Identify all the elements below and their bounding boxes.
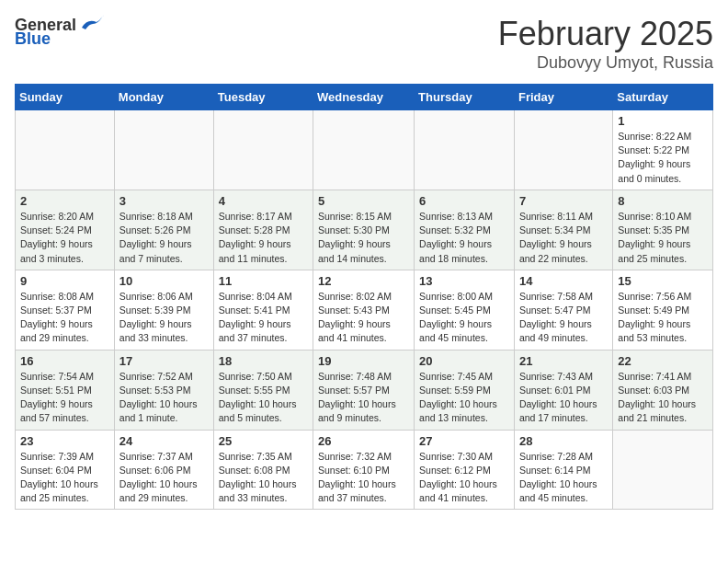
day-info: Sunrise: 8:17 AM Sunset: 5:28 PM Dayligh… [219, 210, 308, 266]
day-info: Sunrise: 8:10 AM Sunset: 5:35 PM Dayligh… [618, 210, 708, 266]
calendar-cell: 18Sunrise: 7:50 AM Sunset: 5:55 PM Dayli… [213, 350, 313, 430]
logo-blue: Blue [15, 29, 51, 49]
day-info: Sunrise: 7:41 AM Sunset: 6:03 PM Dayligh… [618, 370, 708, 426]
calendar-cell: 20Sunrise: 7:45 AM Sunset: 5:59 PM Dayli… [415, 350, 515, 430]
title-block: February 2025 Dubovyy Umyot, Russia [498, 15, 713, 73]
day-info: Sunrise: 7:50 AM Sunset: 5:55 PM Dayligh… [219, 370, 308, 426]
calendar-cell [114, 110, 213, 190]
day-number: 4 [219, 194, 308, 208]
day-info: Sunrise: 8:13 AM Sunset: 5:32 PM Dayligh… [419, 210, 509, 266]
day-number: 6 [419, 194, 509, 208]
weekday-header-friday: Friday [514, 85, 612, 110]
calendar-cell: 3Sunrise: 8:18 AM Sunset: 5:26 PM Daylig… [114, 190, 213, 270]
day-info: Sunrise: 7:39 AM Sunset: 6:04 PM Dayligh… [20, 450, 109, 506]
day-info: Sunrise: 7:30 AM Sunset: 6:12 PM Dayligh… [419, 450, 509, 506]
calendar-cell: 24Sunrise: 7:37 AM Sunset: 6:06 PM Dayli… [114, 430, 213, 510]
calendar-cell: 2Sunrise: 8:20 AM Sunset: 5:24 PM Daylig… [16, 190, 115, 270]
weekday-header-thursday: Thursday [415, 85, 515, 110]
day-info: Sunrise: 7:54 AM Sunset: 5:51 PM Dayligh… [20, 370, 109, 426]
calendar-cell: 5Sunrise: 8:15 AM Sunset: 5:30 PM Daylig… [313, 190, 415, 270]
day-number: 19 [318, 354, 409, 368]
calendar-cell: 1Sunrise: 8:22 AM Sunset: 5:22 PM Daylig… [613, 110, 713, 190]
week-row-1: 1Sunrise: 8:22 AM Sunset: 5:22 PM Daylig… [16, 110, 713, 190]
day-number: 26 [318, 434, 409, 448]
calendar-cell: 4Sunrise: 8:17 AM Sunset: 5:28 PM Daylig… [213, 190, 313, 270]
day-number: 12 [318, 274, 409, 288]
calendar-cell [213, 110, 313, 190]
calendar-cell: 23Sunrise: 7:39 AM Sunset: 6:04 PM Dayli… [16, 430, 115, 510]
calendar-cell [613, 430, 713, 510]
calendar-cell: 7Sunrise: 8:11 AM Sunset: 5:34 PM Daylig… [514, 190, 612, 270]
day-info: Sunrise: 7:43 AM Sunset: 6:01 PM Dayligh… [519, 370, 608, 426]
day-number: 28 [519, 434, 608, 448]
day-number: 14 [519, 274, 608, 288]
calendar-cell [415, 110, 515, 190]
day-info: Sunrise: 8:18 AM Sunset: 5:26 PM Dayligh… [119, 210, 209, 266]
day-info: Sunrise: 8:20 AM Sunset: 5:24 PM Dayligh… [20, 210, 109, 266]
day-number: 24 [119, 434, 209, 448]
day-number: 18 [219, 354, 308, 368]
day-info: Sunrise: 8:02 AM Sunset: 5:43 PM Dayligh… [318, 290, 409, 346]
calendar-cell: 9Sunrise: 8:08 AM Sunset: 5:37 PM Daylig… [16, 270, 115, 350]
calendar-cell: 27Sunrise: 7:30 AM Sunset: 6:12 PM Dayli… [415, 430, 515, 510]
day-number: 15 [618, 274, 708, 288]
calendar-cell: 15Sunrise: 7:56 AM Sunset: 5:49 PM Dayli… [613, 270, 713, 350]
day-number: 22 [618, 354, 708, 368]
day-info: Sunrise: 7:58 AM Sunset: 5:47 PM Dayligh… [519, 290, 608, 346]
day-info: Sunrise: 8:04 AM Sunset: 5:41 PM Dayligh… [219, 290, 308, 346]
calendar-cell [514, 110, 612, 190]
day-number: 10 [119, 274, 209, 288]
day-info: Sunrise: 8:00 AM Sunset: 5:45 PM Dayligh… [419, 290, 509, 346]
calendar-cell: 19Sunrise: 7:48 AM Sunset: 5:57 PM Dayli… [313, 350, 415, 430]
day-number: 1 [618, 114, 708, 128]
day-number: 13 [419, 274, 509, 288]
day-info: Sunrise: 7:45 AM Sunset: 5:59 PM Dayligh… [419, 370, 509, 426]
day-number: 21 [519, 354, 608, 368]
day-number: 27 [419, 434, 509, 448]
day-info: Sunrise: 7:56 AM Sunset: 5:49 PM Dayligh… [618, 290, 708, 346]
calendar-cell: 22Sunrise: 7:41 AM Sunset: 6:03 PM Dayli… [613, 350, 713, 430]
calendar-cell: 26Sunrise: 7:32 AM Sunset: 6:10 PM Dayli… [313, 430, 415, 510]
weekday-header-tuesday: Tuesday [213, 85, 313, 110]
day-number: 17 [119, 354, 209, 368]
calendar-cell: 8Sunrise: 8:10 AM Sunset: 5:35 PM Daylig… [613, 190, 713, 270]
day-info: Sunrise: 7:48 AM Sunset: 5:57 PM Dayligh… [318, 370, 409, 426]
week-row-3: 9Sunrise: 8:08 AM Sunset: 5:37 PM Daylig… [16, 270, 713, 350]
calendar-cell: 25Sunrise: 7:35 AM Sunset: 6:08 PM Dayli… [213, 430, 313, 510]
day-info: Sunrise: 8:06 AM Sunset: 5:39 PM Dayligh… [119, 290, 209, 346]
title-location: Dubovyy Umyot, Russia [498, 53, 713, 73]
logo-bird-icon [78, 15, 104, 35]
logo: General Blue [15, 15, 104, 49]
day-number: 16 [20, 354, 109, 368]
day-info: Sunrise: 8:22 AM Sunset: 5:22 PM Dayligh… [618, 130, 708, 186]
week-row-2: 2Sunrise: 8:20 AM Sunset: 5:24 PM Daylig… [16, 190, 713, 270]
calendar-cell: 17Sunrise: 7:52 AM Sunset: 5:53 PM Dayli… [114, 350, 213, 430]
calendar-cell: 13Sunrise: 8:00 AM Sunset: 5:45 PM Dayli… [415, 270, 515, 350]
week-row-4: 16Sunrise: 7:54 AM Sunset: 5:51 PM Dayli… [16, 350, 713, 430]
calendar-cell: 28Sunrise: 7:28 AM Sunset: 6:14 PM Dayli… [514, 430, 612, 510]
calendar-cell: 11Sunrise: 8:04 AM Sunset: 5:41 PM Dayli… [213, 270, 313, 350]
day-info: Sunrise: 7:52 AM Sunset: 5:53 PM Dayligh… [119, 370, 209, 426]
day-number: 9 [20, 274, 109, 288]
weekday-header-wednesday: Wednesday [313, 85, 415, 110]
day-number: 5 [318, 194, 409, 208]
calendar: SundayMondayTuesdayWednesdayThursdayFrid… [15, 84, 713, 510]
day-info: Sunrise: 7:28 AM Sunset: 6:14 PM Dayligh… [519, 450, 608, 506]
calendar-cell: 12Sunrise: 8:02 AM Sunset: 5:43 PM Dayli… [313, 270, 415, 350]
day-number: 7 [519, 194, 608, 208]
day-number: 23 [20, 434, 109, 448]
day-number: 25 [219, 434, 308, 448]
day-info: Sunrise: 8:08 AM Sunset: 5:37 PM Dayligh… [20, 290, 109, 346]
calendar-cell: 14Sunrise: 7:58 AM Sunset: 5:47 PM Dayli… [514, 270, 612, 350]
day-number: 11 [219, 274, 308, 288]
title-month: February 2025 [498, 15, 713, 53]
day-number: 2 [20, 194, 109, 208]
calendar-cell: 16Sunrise: 7:54 AM Sunset: 5:51 PM Dayli… [16, 350, 115, 430]
calendar-cell: 21Sunrise: 7:43 AM Sunset: 6:01 PM Dayli… [514, 350, 612, 430]
week-row-5: 23Sunrise: 7:39 AM Sunset: 6:04 PM Dayli… [16, 430, 713, 510]
day-number: 20 [419, 354, 509, 368]
calendar-cell: 10Sunrise: 8:06 AM Sunset: 5:39 PM Dayli… [114, 270, 213, 350]
calendar-cell: 6Sunrise: 8:13 AM Sunset: 5:32 PM Daylig… [415, 190, 515, 270]
day-info: Sunrise: 7:32 AM Sunset: 6:10 PM Dayligh… [318, 450, 409, 506]
calendar-cell [16, 110, 115, 190]
